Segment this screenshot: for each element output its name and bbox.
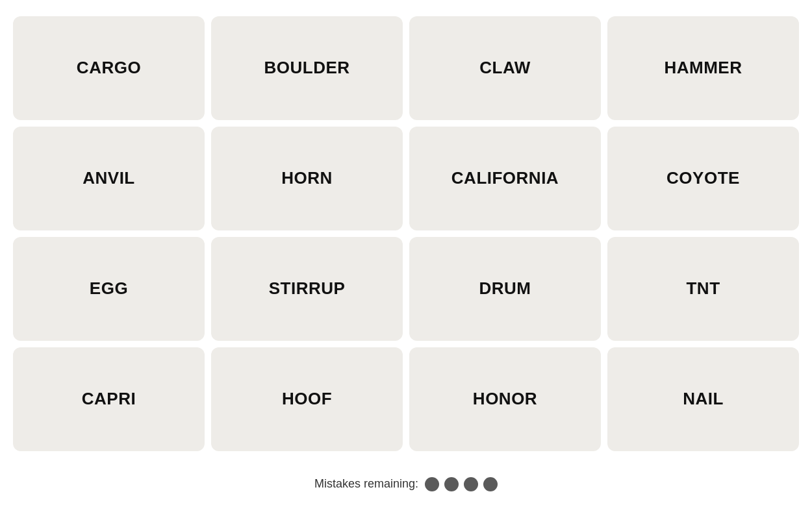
mistake-dot-1 xyxy=(425,477,439,491)
word-card-drum[interactable]: DRUM xyxy=(409,237,601,341)
mistake-dot-3 xyxy=(464,477,478,491)
word-label-horn: HORN xyxy=(281,168,333,188)
word-card-boulder[interactable]: BOULDER xyxy=(211,16,403,120)
word-label-hammer: HAMMER xyxy=(665,58,742,78)
mistakes-label: Mistakes remaining: xyxy=(314,477,418,491)
word-card-tnt[interactable]: TNT xyxy=(607,237,799,341)
word-card-california[interactable]: CALIFORNIA xyxy=(409,127,601,230)
word-label-egg: EGG xyxy=(90,278,128,299)
word-card-hammer[interactable]: HAMMER xyxy=(607,16,799,120)
word-card-honor[interactable]: HONOR xyxy=(409,347,601,451)
word-label-honor: HONOR xyxy=(473,389,537,409)
word-card-claw[interactable]: CLAW xyxy=(409,16,601,120)
word-label-cargo: CARGO xyxy=(77,58,141,78)
word-label-tnt: TNT xyxy=(686,278,720,299)
word-card-stirrup[interactable]: STIRRUP xyxy=(211,237,403,341)
word-label-anvil: ANVIL xyxy=(82,168,135,188)
mistake-dot-2 xyxy=(444,477,459,491)
word-label-california: CALIFORNIA xyxy=(451,168,559,188)
word-label-capri: CAPRI xyxy=(82,389,136,409)
word-card-coyote[interactable]: COYOTE xyxy=(607,127,799,230)
word-card-cargo[interactable]: CARGO xyxy=(13,16,205,120)
word-card-horn[interactable]: HORN xyxy=(211,127,403,230)
word-grid: CARGOBOULDERCLAWHAMMERANVILHORNCALIFORNI… xyxy=(13,16,799,451)
word-label-coyote: COYOTE xyxy=(666,168,740,188)
word-label-boulder: BOULDER xyxy=(264,58,349,78)
mistakes-dots xyxy=(425,477,498,491)
word-card-egg[interactable]: EGG xyxy=(13,237,205,341)
mistakes-remaining-row: Mistakes remaining: xyxy=(314,477,498,491)
word-label-stirrup: STIRRUP xyxy=(269,278,346,299)
word-card-capri[interactable]: CAPRI xyxy=(13,347,205,451)
word-label-drum: DRUM xyxy=(479,278,531,299)
word-card-nail[interactable]: NAIL xyxy=(607,347,799,451)
word-label-nail: NAIL xyxy=(683,389,724,409)
word-label-claw: CLAW xyxy=(479,58,531,78)
mistake-dot-4 xyxy=(483,477,498,491)
word-card-hoof[interactable]: HOOF xyxy=(211,347,403,451)
word-label-hoof: HOOF xyxy=(282,389,332,409)
word-card-anvil[interactable]: ANVIL xyxy=(13,127,205,230)
